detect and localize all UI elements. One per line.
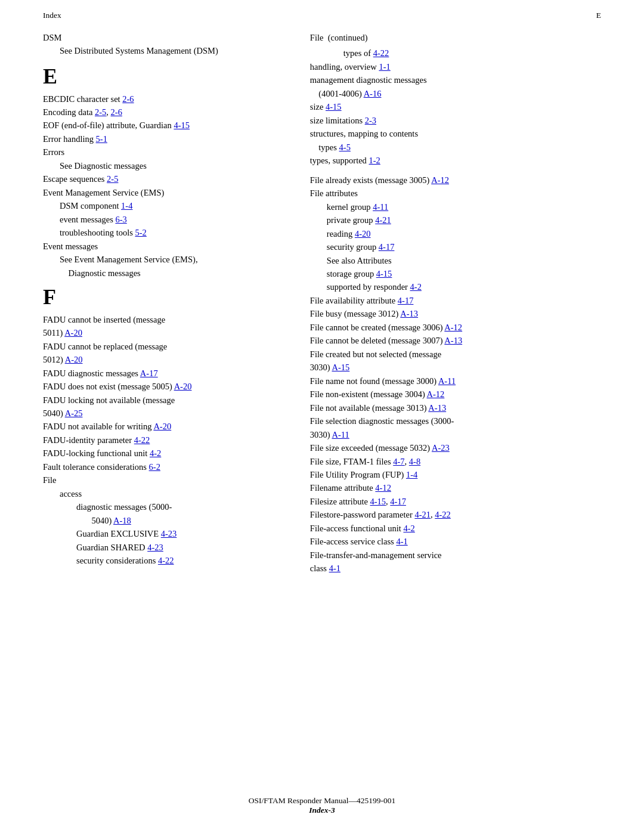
entry-file-not-avail: File not available (message 3013) A-13 xyxy=(310,401,600,414)
link-2-5[interactable]: 2-5 xyxy=(95,107,106,117)
link-4-11[interactable]: 4-11 xyxy=(373,202,388,212)
entry-file-size-exceeded: File size exceeded (message 5032) A-23 xyxy=(310,441,600,454)
errors-see: See Diagnostic messages xyxy=(43,159,289,172)
link-A-16[interactable]: A-16 xyxy=(364,89,382,98)
link-4-15[interactable]: 4-15 xyxy=(174,120,190,130)
link-A-12c[interactable]: A-12 xyxy=(427,389,445,399)
entry-file-created-not-selected: File created but not selected (message30… xyxy=(310,348,600,374)
entry-kernel-group: kernel group 4-11 xyxy=(310,200,600,213)
entry-fadu-identity: FADU-identity parameter 4-22 xyxy=(43,433,289,447)
link-2-3[interactable]: 2-3 xyxy=(365,116,376,125)
file-diag: diagnostic messages (5000- 5040) A-18 xyxy=(43,500,289,527)
entry-encoding: Encoding data 2-5, 2-6 xyxy=(43,106,289,119)
entry-file-busy: File busy (message 3012) A-13 xyxy=(310,307,600,320)
link-6-2[interactable]: 6-2 xyxy=(149,462,160,472)
private-group: private group 4-21 xyxy=(310,213,600,227)
entry-file-attributes: File attributes xyxy=(310,187,600,200)
link-A-15[interactable]: A-15 xyxy=(332,363,349,372)
link-1-4[interactable]: 1-4 xyxy=(121,201,132,210)
link-4-2c[interactable]: 4-2 xyxy=(403,524,414,533)
link-A-13b[interactable]: A-13 xyxy=(444,336,462,345)
entry-types-supported: types, supported 1-2 xyxy=(310,154,600,167)
link-4-20[interactable]: 4-20 xyxy=(355,229,371,239)
section-e: E EBCDIC character set 2-6 Encoding data… xyxy=(43,65,289,280)
link-A-13c[interactable]: A-13 xyxy=(428,403,446,413)
link-4-15c[interactable]: 4-15 xyxy=(376,269,392,278)
link-4-5[interactable]: 4-5 xyxy=(339,143,351,152)
link-4-1a[interactable]: 4-1 xyxy=(396,537,407,546)
entry-file-size-ftam: File size, FTAM-1 files 4-7, 4-8 xyxy=(310,455,600,468)
link-4-22b[interactable]: 4-22 xyxy=(158,556,174,565)
entry-types-of: types of 4-22 xyxy=(310,47,600,60)
ems-dsm: DSM component 1-4 xyxy=(43,199,289,212)
entry-size-lim: size limitations 2-3 xyxy=(310,114,600,127)
link-4-15d[interactable]: 4-15 xyxy=(370,497,386,506)
entry-ems-event: event messages 6-3 xyxy=(43,213,289,226)
link-4-2b[interactable]: 4-2 xyxy=(410,282,422,292)
entry-see-also-attr: See also Attributes xyxy=(310,254,600,267)
link-6-3[interactable]: 6-3 xyxy=(115,215,126,224)
link-4-22-types[interactable]: 4-22 xyxy=(373,48,389,58)
page-container: Index E DSM See Distributed Systems Mana… xyxy=(0,0,644,833)
link-A-25[interactable]: A-25 xyxy=(65,408,83,418)
file-exclusive: Guardian EXCLUSIVE 4-23 xyxy=(43,527,289,540)
section-f-letter: F xyxy=(43,286,289,309)
link-5-2[interactable]: 5-2 xyxy=(135,228,146,237)
link-2-6[interactable]: 2-6 xyxy=(122,94,134,104)
event-see-text: See Event Management Service (EMS), Diag… xyxy=(43,253,289,280)
link-4-23a[interactable]: 4-23 xyxy=(161,529,177,538)
link-escape-2-5[interactable]: 2-5 xyxy=(107,174,118,184)
entry-storage-group: storage group 4-15 xyxy=(310,267,600,280)
link-A-12b[interactable]: A-12 xyxy=(444,323,462,332)
link-4-22a[interactable]: 4-22 xyxy=(134,435,150,445)
link-A-20a[interactable]: A-20 xyxy=(64,328,82,337)
link-4-7[interactable]: 4-7 xyxy=(393,457,404,466)
link-4-17c[interactable]: 4-17 xyxy=(390,497,406,506)
entry-event-see: See Event Management Service (EMS), Diag… xyxy=(43,253,289,280)
link-4-15b[interactable]: 4-15 xyxy=(326,102,342,112)
footer-title: OSI/FTAM Responder Manual—425199-001 xyxy=(0,796,644,806)
right-column: File (continued) types of 4-22 handling,… xyxy=(310,31,600,581)
entry-fadu-exist: FADU does not exist (message 5005) A-20 xyxy=(43,380,289,393)
header-right: E xyxy=(596,11,601,20)
link-A-17[interactable]: A-17 xyxy=(140,368,158,378)
link-4-12[interactable]: 4-12 xyxy=(375,483,391,493)
link-1-2[interactable]: 1-2 xyxy=(369,156,380,165)
link-2-6b[interactable]: 2-6 xyxy=(111,107,122,117)
entry-reading: reading 4-20 xyxy=(310,227,600,240)
link-A-23[interactable]: A-23 xyxy=(432,443,450,453)
entry-event-messages: Event messages xyxy=(43,240,289,253)
entry-file-shared: Guardian SHARED 4-23 xyxy=(43,541,289,554)
entry-fadu-locking: FADU-locking functional unit 4-2 xyxy=(43,447,289,460)
left-column: DSM See Distributed Systems Management (… xyxy=(43,31,289,574)
section-f: F FADU cannot be inserted (message5011) … xyxy=(43,286,289,568)
link-1-4b[interactable]: 1-4 xyxy=(406,470,417,479)
link-5-1[interactable]: 5-1 xyxy=(96,134,107,144)
link-4-23b[interactable]: 4-23 xyxy=(147,543,163,552)
link-A-20d[interactable]: A-20 xyxy=(153,422,171,431)
link-A-18[interactable]: A-18 xyxy=(113,516,131,525)
dsm-term-text: DSM xyxy=(43,33,61,42)
link-4-17b[interactable]: 4-17 xyxy=(398,296,414,305)
link-4-1b[interactable]: 4-1 xyxy=(329,563,340,573)
link-4-21b[interactable]: 4-21 xyxy=(414,510,431,519)
link-4-8[interactable]: 4-8 xyxy=(409,457,420,466)
link-4-2a[interactable]: 4-2 xyxy=(150,448,161,458)
entry-file-diag: diagnostic messages (5000- 5040) A-18 xyxy=(43,500,289,527)
link-4-17a[interactable]: 4-17 xyxy=(379,242,395,252)
link-A-11a[interactable]: A-11 xyxy=(438,376,456,386)
link-4-22c[interactable]: 4-22 xyxy=(435,510,451,519)
header-left: Index xyxy=(43,11,61,20)
footer-index: Index-3 xyxy=(0,806,644,815)
file-continued-section: File (continued) types of 4-22 handling,… xyxy=(310,31,600,168)
link-A-13a[interactable]: A-13 xyxy=(400,309,418,318)
link-A-20c[interactable]: A-20 xyxy=(174,382,192,391)
dsm-sub: See Distributed Systems Management (DSM) xyxy=(43,44,289,57)
link-4-21a[interactable]: 4-21 xyxy=(375,215,391,225)
entry-fadu-insert: FADU cannot be inserted (message5011) A-… xyxy=(43,313,289,340)
link-1-1[interactable]: 1-1 xyxy=(379,62,390,72)
link-A-20b[interactable]: A-20 xyxy=(65,355,83,364)
entry-escape: Escape sequences 2-5 xyxy=(43,172,289,185)
link-A-12a[interactable]: A-12 xyxy=(431,175,449,185)
link-A-11b[interactable]: A-11 xyxy=(332,430,349,439)
